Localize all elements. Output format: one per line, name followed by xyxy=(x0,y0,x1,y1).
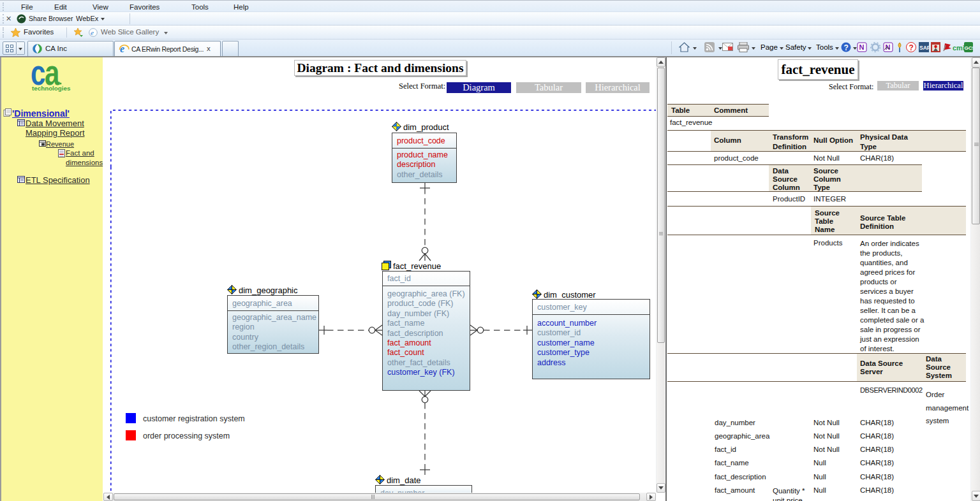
svg-text:cmi: cmi xyxy=(953,44,965,52)
svg-text:e: e xyxy=(91,29,94,36)
svg-text:N: N xyxy=(859,43,865,51)
svg-text:SAP: SAP xyxy=(919,45,929,51)
svg-text:technologies: technologies xyxy=(32,85,71,92)
svg-text:GCS: GCS xyxy=(965,45,974,51)
svg-text:?: ? xyxy=(909,43,914,52)
svg-text:?: ? xyxy=(844,43,849,52)
